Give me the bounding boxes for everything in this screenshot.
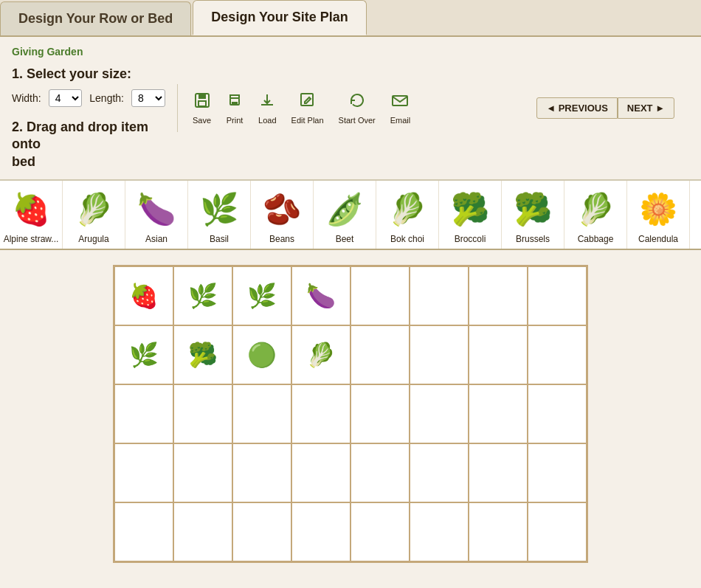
grid-cell-1-1[interactable]: 🥦 bbox=[173, 325, 232, 384]
edit-plan-button[interactable]: Edit Plan bbox=[291, 91, 324, 125]
plant-carousel: 🍓 Alpine straw...🥬 Arugula🍆 Asian🌿 Basil… bbox=[0, 181, 701, 249]
plant-emoji: 🍓 bbox=[12, 187, 50, 231]
grid-cell-3-7[interactable] bbox=[528, 443, 587, 502]
plant-emoji: 🫛 bbox=[325, 187, 364, 231]
grid-cell-4-1[interactable] bbox=[173, 502, 232, 561]
grid-cell-1-4[interactable] bbox=[350, 325, 410, 384]
grid-row bbox=[114, 384, 587, 443]
plant-name: Beet bbox=[336, 234, 354, 244]
start-over-button[interactable]: Start Over bbox=[339, 91, 376, 125]
plant-item-arugula[interactable]: 🥬 Arugula bbox=[63, 181, 125, 249]
section1-title: 1. Select your size: bbox=[12, 66, 165, 82]
print-icon bbox=[226, 91, 244, 114]
grid-cell-4-3[interactable] bbox=[291, 502, 350, 561]
plant-item-alpine-straw[interactable]: 🍓 Alpine straw... bbox=[0, 181, 63, 249]
email-icon bbox=[391, 91, 409, 114]
plant-name: Bok choi bbox=[390, 234, 424, 244]
grid-cell-0-2[interactable]: 🌿 bbox=[232, 266, 291, 325]
tab-row-bed[interactable]: Design Your Row or Bed bbox=[0, 1, 191, 35]
grid-cell-1-2[interactable]: 🟢 bbox=[232, 325, 291, 384]
save-button[interactable]: Save bbox=[193, 91, 211, 125]
width-label: Width: bbox=[12, 92, 41, 104]
plant-item-beans[interactable]: 🫘 Beans bbox=[251, 181, 314, 249]
grid-cell-4-5[interactable] bbox=[410, 502, 469, 561]
grid-cell-0-5[interactable] bbox=[410, 266, 469, 325]
plant-name: Beans bbox=[269, 234, 294, 244]
grid-cell-3-4[interactable] bbox=[350, 443, 410, 502]
grid-cell-3-0[interactable] bbox=[114, 443, 173, 502]
grid-cell-0-7[interactable] bbox=[528, 266, 587, 325]
grid-cell-1-0[interactable]: 🌿 bbox=[114, 325, 173, 384]
grid-cell-2-6[interactable] bbox=[469, 384, 528, 443]
next-button[interactable]: NEXT ► bbox=[618, 97, 674, 119]
svg-rect-4 bbox=[232, 102, 238, 105]
grid-row: 🌿🥦🟢🥬 bbox=[114, 325, 587, 384]
previous-button[interactable]: ◄ PREVIOUS bbox=[536, 97, 618, 119]
grid-cell-3-6[interactable] bbox=[469, 443, 528, 502]
grid-cell-4-7[interactable] bbox=[528, 502, 587, 561]
plant-item-beet[interactable]: 🫛 Beet bbox=[314, 181, 376, 249]
grid-cell-3-2[interactable] bbox=[232, 443, 291, 502]
grid-cell-0-4[interactable] bbox=[350, 266, 410, 325]
grid-area: 🍓🌿🌿🍆🌿🥦🟢🥬 bbox=[0, 250, 701, 578]
plant-item-bok-choi[interactable]: 🥬 Bok choi bbox=[376, 181, 439, 249]
drag-title: 2. Drag and drop item onto bed bbox=[12, 119, 165, 170]
svg-rect-1 bbox=[198, 94, 206, 99]
plant-carousel-wrapper: 🍓 Alpine straw...🥬 Arugula🍆 Asian🌿 Basil… bbox=[0, 180, 701, 250]
grid-cell-2-3[interactable] bbox=[291, 384, 350, 443]
plant-item-asian[interactable]: 🍆 Asian bbox=[125, 181, 188, 249]
grid-cell-2-1[interactable] bbox=[173, 384, 232, 443]
grid-cell-2-5[interactable] bbox=[410, 384, 469, 443]
width-select[interactable]: 468 bbox=[49, 89, 83, 107]
grid-cell-2-7[interactable] bbox=[528, 384, 587, 443]
toolbar-row: Giving Garden 1. Select your size: Width… bbox=[0, 37, 701, 180]
grid-cell-2-2[interactable] bbox=[232, 384, 291, 443]
edit-plan-icon bbox=[299, 91, 317, 114]
garden-name: Giving Garden bbox=[12, 46, 165, 58]
size-row: Width: 468 Length: 84610 bbox=[12, 89, 165, 107]
print-button[interactable]: Print bbox=[226, 91, 244, 125]
plant-name: Alpine straw... bbox=[4, 234, 59, 244]
grid-cell-0-3[interactable]: 🍆 bbox=[291, 266, 350, 325]
plant-name: Calendula bbox=[638, 234, 678, 244]
grid-cell-4-2[interactable] bbox=[232, 502, 291, 561]
grid-cell-3-3[interactable] bbox=[291, 443, 350, 502]
tab-site-plan[interactable]: Design Your Site Plan bbox=[193, 0, 366, 35]
grid-row: 🍓🌿🌿🍆 bbox=[114, 266, 587, 325]
grid-cell-0-6[interactable] bbox=[469, 266, 528, 325]
grid-cell-4-4[interactable] bbox=[350, 502, 410, 561]
grid-cell-3-1[interactable] bbox=[173, 443, 232, 502]
plant-item-ca[interactable]: 🥕 Ca... bbox=[690, 181, 701, 249]
plant-item-brussels[interactable]: 🥦 Brussels bbox=[502, 181, 564, 249]
grid-cell-1-7[interactable] bbox=[528, 325, 587, 384]
grid-cell-4-0[interactable] bbox=[114, 502, 173, 561]
grid-cell-3-5[interactable] bbox=[410, 443, 469, 502]
plant-emoji: 🌿 bbox=[200, 187, 238, 231]
plant-item-basil[interactable]: 🌿 Basil bbox=[188, 181, 251, 249]
length-label: Length: bbox=[89, 92, 124, 104]
grid-row bbox=[114, 443, 587, 502]
plant-emoji: 🥬 bbox=[75, 187, 113, 231]
grid-cell-0-1[interactable]: 🌿 bbox=[173, 266, 232, 325]
plant-item-calendula[interactable]: 🌼 Calendula bbox=[627, 181, 690, 249]
grid-cell-1-5[interactable] bbox=[410, 325, 469, 384]
length-select[interactable]: 84610 bbox=[131, 89, 165, 107]
plant-emoji: 🥬 bbox=[388, 187, 427, 231]
save-icon bbox=[193, 91, 211, 114]
grid-cell-1-3[interactable]: 🥬 bbox=[291, 325, 350, 384]
plant-item-cabbage[interactable]: 🥬 Cabbage bbox=[564, 181, 627, 249]
garden-grid: 🍓🌿🌿🍆🌿🥦🟢🥬 bbox=[113, 265, 588, 563]
plant-emoji: 🫘 bbox=[263, 187, 301, 231]
start-over-icon bbox=[348, 91, 366, 114]
nav-buttons: ◄ PREVIOUS NEXT ► bbox=[536, 97, 686, 119]
grid-cell-2-0[interactable] bbox=[114, 384, 173, 443]
grid-cell-4-6[interactable] bbox=[469, 502, 528, 561]
plant-item-broccoli[interactable]: 🥦 Broccoli bbox=[439, 181, 502, 249]
grid-cell-0-0[interactable]: 🍓 bbox=[114, 266, 173, 325]
email-button[interactable]: Email bbox=[390, 91, 411, 125]
grid-cell-2-4[interactable] bbox=[350, 384, 410, 443]
grid-cell-1-6[interactable] bbox=[469, 325, 528, 384]
load-button[interactable]: Load bbox=[258, 91, 276, 125]
plant-emoji: 🥦 bbox=[451, 187, 489, 231]
load-icon bbox=[258, 91, 276, 114]
